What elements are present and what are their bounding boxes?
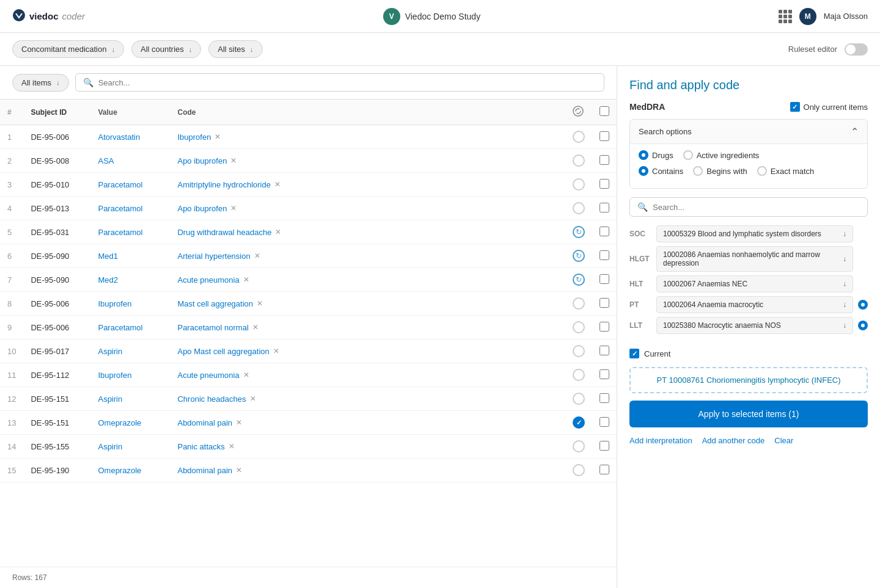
row-select-checkbox[interactable] [600,322,609,332]
country-filter[interactable]: All countries ↓ [131,40,201,58]
hierarchy-radio-selected[interactable] [858,300,868,310]
row-select-checkbox[interactable] [600,274,609,284]
clear-code-icon[interactable]: ✕ [250,394,256,403]
row-value[interactable]: Paracetamol [90,173,170,197]
table-search-input[interactable] [98,78,596,87]
row-select-checkbox[interactable] [600,131,609,141]
clear-code-icon[interactable]: ✕ [229,442,235,451]
right-panel-title: Find and apply code [629,78,868,92]
row-value[interactable]: Aspirin [90,339,170,363]
clear-code-icon[interactable]: ✕ [236,418,242,427]
drugs-radio[interactable]: Drugs [639,150,673,160]
status-refresh-icon[interactable]: ↻ [573,226,585,238]
row-value[interactable]: Paracetamol [90,316,170,339]
row-value[interactable]: Med2 [90,268,170,292]
code-value[interactable]: Chronic headaches [177,394,246,404]
code-value[interactable]: Apo ibuprofen [177,204,227,213]
active-ingredients-radio[interactable]: Active ingredients [683,150,760,160]
clear-code-icon[interactable]: ✕ [243,371,249,379]
status-refresh-icon[interactable]: ↻ [573,274,585,286]
row-value[interactable]: Med1 [90,244,170,268]
contains-radio[interactable]: Contains [639,166,683,176]
row-value[interactable]: Ibuprofen [90,292,170,316]
row-select-checkbox[interactable] [600,250,609,260]
study-initial-badge: V [383,8,400,25]
clear-code-icon[interactable]: ✕ [252,323,258,332]
row-select-checkbox[interactable] [600,346,609,355]
clear-code-icon[interactable]: ✕ [275,228,281,236]
code-value[interactable]: Drug withdrawal headache [177,228,271,237]
clear-code-icon[interactable]: ✕ [257,299,263,308]
row-value[interactable]: Aspirin [90,387,170,411]
code-value[interactable]: Panic attacks [177,442,224,451]
clear-code-icon[interactable]: ✕ [243,275,249,284]
code-value[interactable]: Abdominal pain [177,418,232,427]
select-all-checkbox[interactable] [600,106,609,116]
only-current-label: Only current items [804,103,868,112]
exact-match-radio[interactable]: Exact match [757,166,815,176]
apply-button[interactable]: Apply to selected items (1) [629,401,868,427]
items-filter[interactable]: All items ↓ [12,74,69,92]
hierarchy-value-dropdown[interactable]: 10025380 Macrocytic anaemia NOS ↓ [656,317,853,334]
current-checkbox[interactable] [629,349,639,358]
row-select-checkbox[interactable] [600,441,609,451]
code-value[interactable]: Ibuprofen [177,132,211,142]
meddra-search-input[interactable] [653,203,860,212]
clear-code-icon[interactable]: ✕ [273,347,279,355]
code-value[interactable]: Amitriptyline hydrochloride [177,180,270,189]
row-select-checkbox[interactable] [600,179,609,189]
medication-filter[interactable]: Concomitant medication ↓ [12,40,124,58]
hierarchy-radio-selected[interactable] [858,321,868,330]
hierarchy-value-dropdown[interactable]: 10002064 Anaemia macrocytic ↓ [656,296,853,313]
row-value[interactable]: Aspirin [90,435,170,459]
clear-code-icon[interactable]: ✕ [274,180,280,189]
row-value[interactable]: Atorvastatin [90,125,170,149]
row-value[interactable]: Omeprazole [90,459,170,482]
row-value[interactable]: Paracetamol [90,197,170,220]
row-num: 6 [0,244,23,268]
code-result-box[interactable]: PT 10008761 Choriomeningitis lymphocytic… [629,367,868,393]
apps-icon[interactable] [779,10,792,23]
code-value[interactable]: Acute pneumonia [177,371,239,380]
add-interpretation-link[interactable]: Add interpretation [629,436,692,445]
code-value[interactable]: Mast cell aggregation [177,299,253,308]
row-value[interactable]: ASA [90,149,170,173]
code-value[interactable]: Apo Mast cell aggregation [177,347,269,356]
search-options-header[interactable]: Search options ⌃ [630,120,867,143]
code-value[interactable]: Acute pneumonia [177,275,239,285]
row-value[interactable]: Ibuprofen [90,363,170,387]
hierarchy-value-dropdown[interactable]: 10005329 Blood and lymphatic system diso… [656,225,853,242]
row-select-checkbox[interactable] [600,298,609,308]
hierarchy-value-dropdown[interactable]: 10002067 Anaemias NEC ↓ [656,275,853,292]
row-value[interactable]: Paracetamol [90,220,170,244]
row-select-checkbox[interactable] [600,393,609,403]
row-select-checkbox[interactable] [600,417,609,427]
status-refresh-icon[interactable]: ↻ [573,250,585,262]
row-select-checkbox[interactable] [600,203,609,212]
code-value[interactable]: Arterial hypertension [177,252,250,261]
ruleset-toggle[interactable] [845,43,868,56]
row-value[interactable]: Omeprazole [90,411,170,435]
add-another-code-link[interactable]: Add another code [702,436,765,445]
row-select-checkbox[interactable] [600,155,609,165]
clear-code-icon[interactable]: ✕ [230,204,237,212]
row-select-checkbox[interactable] [600,369,609,379]
clear-code-icon[interactable]: ✕ [236,466,242,474]
only-current-checkbox[interactable] [790,102,800,112]
code-value[interactable]: Paracetamol normal [177,323,248,332]
table-search-box[interactable]: 🔍 [75,73,604,92]
site-filter[interactable]: All sites ↓ [208,40,262,58]
clear-code-icon[interactable]: ✕ [254,252,260,260]
clear-code-icon[interactable]: ✕ [230,156,237,165]
code-value[interactable]: Abdominal pain [177,466,232,475]
code-value[interactable]: Apo ibuprofen [177,156,227,165]
user-avatar[interactable]: M [799,8,816,25]
row-select-checkbox[interactable] [600,227,609,236]
clear-link[interactable]: Clear [774,436,793,445]
hierarchy-value-dropdown[interactable]: 10002086 Anaemias nonhaemolytic and marr… [656,246,853,272]
row-select-checkbox[interactable] [600,465,609,474]
clear-code-icon[interactable]: ✕ [215,132,221,141]
begins-with-radio[interactable]: Begins with [693,166,747,176]
row-num: 7 [0,268,23,292]
meddra-search-box[interactable]: 🔍 [629,197,868,217]
